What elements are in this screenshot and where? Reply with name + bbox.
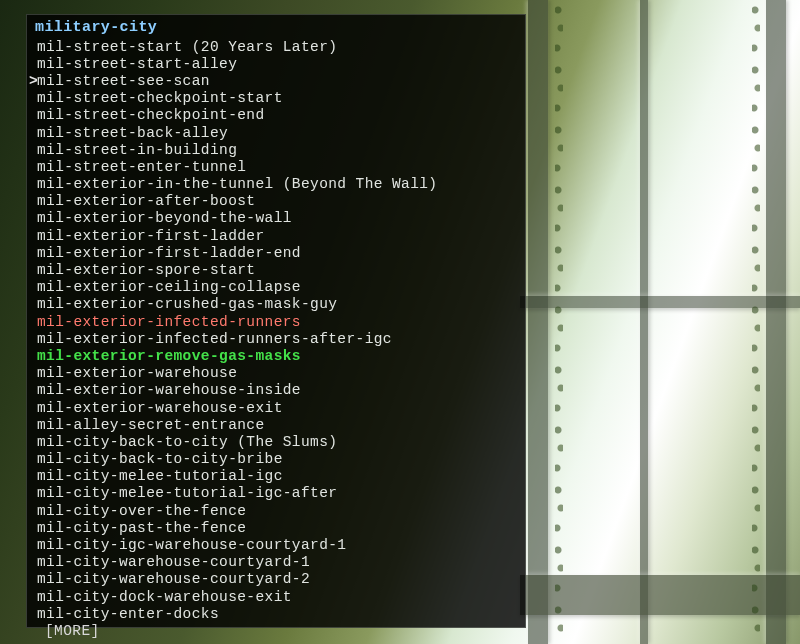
menu-item-label: mil-street-back-alley — [37, 125, 228, 141]
menu-item[interactable]: mil-city-over-the-fence — [29, 502, 523, 519]
menu-item[interactable]: mil-city-enter-docks — [29, 605, 523, 622]
menu-item[interactable]: mil-exterior-warehouse-inside — [29, 382, 523, 399]
menu-item[interactable]: mil-street-checkpoint-start — [29, 90, 523, 107]
menu-item[interactable]: mil-city-back-to-city (The Slums) — [29, 433, 523, 450]
menu-item-label: mil-street-checkpoint-start — [37, 90, 283, 106]
menu-item-label: mil-exterior-warehouse-exit — [37, 400, 283, 416]
menu-item[interactable]: mil-exterior-beyond-the-wall — [29, 210, 523, 227]
menu-item[interactable]: mil-city-past-the-fence — [29, 519, 523, 536]
menu-item-label: mil-city-back-to-city (The Slums) — [37, 434, 337, 450]
menu-item-label: mil-exterior-infected-runners — [37, 314, 301, 330]
menu-item-label: mil-city-melee-tutorial-igc — [37, 468, 283, 484]
menu-item[interactable]: mil-city-melee-tutorial-igc-after — [29, 485, 523, 502]
cursor-icon: > — [29, 73, 37, 89]
menu-item-label: mil-street-checkpoint-end — [37, 107, 265, 123]
menu-item[interactable]: mil-city-warehouse-courtyard-2 — [29, 571, 523, 588]
menu-item[interactable]: mil-street-enter-tunnel — [29, 158, 523, 175]
menu-item-label: mil-exterior-first-ladder-end — [37, 245, 301, 261]
menu-item-label: mil-alley-secret-entrance — [37, 417, 265, 433]
menu-item-label: mil-exterior-warehouse-inside — [37, 382, 301, 398]
window-frame — [640, 0, 648, 644]
menu-item[interactable]: mil-city-dock-warehouse-exit — [29, 588, 523, 605]
menu-item-label: mil-city-over-the-fence — [37, 503, 246, 519]
menu-item[interactable]: mil-exterior-warehouse-exit — [29, 399, 523, 416]
menu-item[interactable]: mil-street-back-alley — [29, 124, 523, 141]
menu-item-label: mil-exterior-warehouse — [37, 365, 237, 381]
menu-item[interactable]: mil-exterior-after-boost — [29, 193, 523, 210]
menu-item[interactable]: mil-street-start-alley — [29, 55, 523, 72]
menu-item-label: mil-exterior-infected-runners-after-igc — [37, 331, 392, 347]
menu-item-label: mil-street-see-scan — [37, 73, 210, 89]
menu-item[interactable]: mil-exterior-infected-runners-after-igc — [29, 330, 523, 347]
menu-item[interactable]: mil-city-warehouse-courtyard-1 — [29, 554, 523, 571]
menu-item[interactable]: mil-exterior-ceiling-collapse — [29, 279, 523, 296]
menu-item-label: mil-city-back-to-city-bribe — [37, 451, 283, 467]
menu-item-label: mil-street-start (20 Years Later) — [37, 39, 337, 55]
menu-list: mil-street-start (20 Years Later)mil-str… — [29, 38, 523, 622]
menu-item[interactable]: mil-city-melee-tutorial-igc — [29, 468, 523, 485]
menu-item-label: mil-city-enter-docks — [37, 606, 219, 622]
menu-item[interactable]: mil-alley-secret-entrance — [29, 416, 523, 433]
menu-item[interactable]: >mil-street-see-scan — [29, 72, 523, 89]
menu-item[interactable]: mil-exterior-warehouse — [29, 365, 523, 382]
debug-level-menu[interactable]: military-city mil-street-start (20 Years… — [26, 14, 526, 628]
menu-item-label: mil-city-igc-warehouse-courtyard-1 — [37, 537, 346, 553]
menu-item[interactable]: mil-exterior-in-the-tunnel (Beyond The W… — [29, 176, 523, 193]
menu-item[interactable]: mil-city-igc-warehouse-courtyard-1 — [29, 536, 523, 553]
menu-item[interactable]: mil-exterior-spore-start — [29, 261, 523, 278]
window-frame — [528, 0, 548, 644]
more-indicator[interactable]: [MORE] — [29, 622, 523, 639]
menu-item[interactable]: mil-street-in-building — [29, 141, 523, 158]
menu-item-label: mil-exterior-after-boost — [37, 193, 255, 209]
menu-item-label: mil-city-past-the-fence — [37, 520, 246, 536]
menu-item-label: mil-city-melee-tutorial-igc-after — [37, 485, 337, 501]
menu-item[interactable]: mil-street-checkpoint-end — [29, 107, 523, 124]
menu-item-label: mil-street-in-building — [37, 142, 237, 158]
menu-item-label: mil-exterior-crushed-gas-mask-guy — [37, 296, 337, 312]
menu-item-label: mil-street-enter-tunnel — [37, 159, 246, 175]
menu-item[interactable]: mil-city-back-to-city-bribe — [29, 451, 523, 468]
menu-item-label: mil-exterior-ceiling-collapse — [37, 279, 301, 295]
menu-item[interactable]: mil-exterior-first-ladder — [29, 227, 523, 244]
menu-item-label: mil-exterior-first-ladder — [37, 228, 265, 244]
menu-item-label: mil-street-start-alley — [37, 56, 237, 72]
menu-title: military-city — [29, 19, 523, 38]
menu-item-label: mil-city-warehouse-courtyard-1 — [37, 554, 310, 570]
foliage-vine — [752, 0, 760, 644]
foliage-vine — [555, 0, 563, 644]
menu-item-label: mil-exterior-remove-gas-masks — [37, 348, 301, 364]
menu-item[interactable]: mil-exterior-infected-runners — [29, 313, 523, 330]
window-frame — [766, 0, 786, 644]
menu-item[interactable]: mil-exterior-remove-gas-masks — [29, 347, 523, 364]
menu-item-label: mil-exterior-in-the-tunnel (Beyond The W… — [37, 176, 437, 192]
menu-item-label: mil-exterior-spore-start — [37, 262, 255, 278]
menu-item[interactable]: mil-street-start (20 Years Later) — [29, 38, 523, 55]
menu-item-label: mil-city-dock-warehouse-exit — [37, 589, 292, 605]
menu-item-label: mil-exterior-beyond-the-wall — [37, 210, 292, 226]
menu-item-label: mil-city-warehouse-courtyard-2 — [37, 571, 310, 587]
menu-item[interactable]: mil-exterior-crushed-gas-mask-guy — [29, 296, 523, 313]
menu-item[interactable]: mil-exterior-first-ladder-end — [29, 244, 523, 261]
